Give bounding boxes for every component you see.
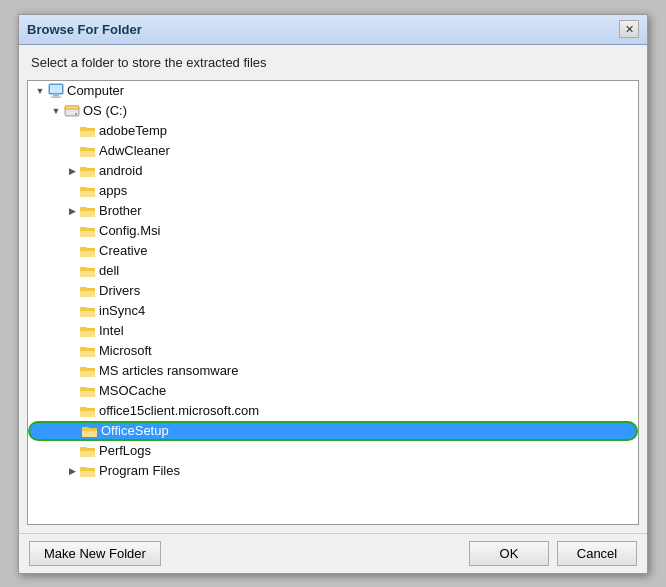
svg-marker-56 <box>80 307 87 309</box>
tree-item-label-Config.Msi: Config.Msi <box>99 221 160 241</box>
folder-icon <box>80 184 96 198</box>
tree-item-Program Files[interactable]: ▶ Program Files <box>28 461 638 481</box>
tree-item-label-office15client.microsoft.com: office15client.microsoft.com <box>99 401 259 421</box>
expander-Brother[interactable]: ▶ <box>64 201 80 221</box>
svg-rect-98 <box>80 469 95 471</box>
tree-item-adobeTemp[interactable]: ▶ adobeTemp <box>28 121 638 141</box>
folder-icon <box>80 204 96 218</box>
tree-item-label-MSOCache: MSOCache <box>99 381 166 401</box>
expander-android[interactable]: ▶ <box>64 161 80 181</box>
dialog-title: Browse For Folder <box>27 22 142 37</box>
tree-item-Config.Msi[interactable]: ▶ Config.Msi <box>28 221 638 241</box>
svg-marker-81 <box>80 407 87 409</box>
folder-icon <box>80 464 96 478</box>
svg-rect-73 <box>80 369 95 371</box>
svg-rect-83 <box>80 409 95 411</box>
tree-item-label-Brother: Brother <box>99 201 142 221</box>
expander-os-c[interactable]: ▼ <box>48 101 64 121</box>
svg-marker-21 <box>80 167 87 169</box>
svg-rect-88 <box>82 429 97 431</box>
tree-item-MS articles ransomware[interactable]: ▶ MS articles ransomware <box>28 361 638 381</box>
folder-icon <box>80 304 96 318</box>
instruction-text: Select a folder to store the extracted f… <box>19 45 647 76</box>
folder-icon <box>80 284 96 298</box>
svg-rect-1 <box>50 85 62 93</box>
folder-icon <box>80 224 96 238</box>
tree-item-label-AdwCleaner: AdwCleaner <box>99 141 170 161</box>
computer-icon <box>48 83 64 99</box>
svg-marker-36 <box>80 227 87 229</box>
tree-item-office15client.microsoft.com[interactable]: ▶ office15client.microsoft.com <box>28 401 638 421</box>
tree-item-MSOCache[interactable]: ▶ MSOCache <box>28 381 638 401</box>
tree-item-label-Drivers: Drivers <box>99 281 140 301</box>
svg-marker-46 <box>80 267 87 269</box>
tree-item-label-OfficeSetup: OfficeSetup <box>101 421 169 441</box>
tree-item-Drivers[interactable]: ▶ Drivers <box>28 281 638 301</box>
svg-rect-28 <box>80 189 95 191</box>
svg-marker-86 <box>82 427 89 429</box>
svg-rect-93 <box>80 449 95 451</box>
folder-icon <box>82 424 98 438</box>
svg-rect-38 <box>80 229 95 231</box>
svg-rect-48 <box>80 269 95 271</box>
folder-icon <box>80 344 96 358</box>
tree-item-label-Program Files: Program Files <box>99 461 180 481</box>
svg-marker-66 <box>80 347 87 349</box>
drive-icon <box>64 103 80 119</box>
tree-item-dell[interactable]: ▶ dell <box>28 261 638 281</box>
tree-item-OfficeSetup[interactable]: ▶ OfficeSetup <box>28 421 638 441</box>
tree-item-label-PerfLogs: PerfLogs <box>99 441 151 461</box>
tree-item-Brother[interactable]: ▶ Brother <box>28 201 638 221</box>
tree-item-label-os-c: OS (C:) <box>83 101 127 121</box>
close-button[interactable]: ✕ <box>619 20 639 38</box>
tree-item-label-apps: apps <box>99 181 127 201</box>
make-new-folder-button[interactable]: Make New Folder <box>29 541 161 566</box>
tree-item-label-adobeTemp: adobeTemp <box>99 121 167 141</box>
svg-rect-6 <box>65 106 79 109</box>
tree-item-label-Microsoft: Microsoft <box>99 341 152 361</box>
tree-item-label-inSync4: inSync4 <box>99 301 145 321</box>
tree-item-Microsoft[interactable]: ▶ Microsoft <box>28 341 638 361</box>
folder-icon <box>80 364 96 378</box>
tree-item-apps[interactable]: ▶ apps <box>28 181 638 201</box>
tree-item-label-Intel: Intel <box>99 321 124 341</box>
folder-icon <box>80 144 96 158</box>
svg-rect-23 <box>80 169 95 171</box>
tree-item-Creative[interactable]: ▶ Creative <box>28 241 638 261</box>
svg-rect-58 <box>80 309 95 311</box>
svg-marker-76 <box>80 387 87 389</box>
bottom-bar: Make New Folder OK Cancel <box>19 533 647 573</box>
folder-icon <box>80 384 96 398</box>
tree-item-Intel[interactable]: ▶ Intel <box>28 321 638 341</box>
tree-item-label-MS articles ransomware: MS articles ransomware <box>99 361 238 381</box>
svg-marker-71 <box>80 367 87 369</box>
cancel-button[interactable]: Cancel <box>557 541 637 566</box>
tree-item-AdwCleaner[interactable]: ▶ AdwCleaner <box>28 141 638 161</box>
tree-item-inSync4[interactable]: ▶ inSync4 <box>28 301 638 321</box>
svg-marker-96 <box>80 467 87 469</box>
tree-item-android[interactable]: ▶ android <box>28 161 638 181</box>
folder-icon <box>80 164 96 178</box>
svg-marker-31 <box>80 207 87 209</box>
svg-marker-51 <box>80 287 87 289</box>
svg-rect-18 <box>80 149 95 151</box>
ok-cancel-group: OK Cancel <box>469 541 637 566</box>
tree-item-computer[interactable]: ▼ Computer <box>28 81 638 101</box>
tree-item-PerfLogs[interactable]: ▶ PerfLogs <box>28 441 638 461</box>
tree-item-os-c[interactable]: ▼ OS (C:) <box>28 101 638 121</box>
svg-rect-13 <box>80 129 95 131</box>
tree-item-label-dell: dell <box>99 261 119 281</box>
svg-marker-61 <box>80 327 87 329</box>
folder-icon <box>80 404 96 418</box>
tree-item-label-android: android <box>99 161 142 181</box>
expander-Program Files[interactable]: ▶ <box>64 461 80 481</box>
folder-tree[interactable]: ▼ Computer▼ OS (C:)▶ adobeTemp▶ AdwClean… <box>27 80 639 525</box>
svg-marker-7 <box>64 107 65 109</box>
svg-rect-33 <box>80 209 95 211</box>
ok-button[interactable]: OK <box>469 541 549 566</box>
folder-icon <box>80 244 96 258</box>
expander-computer[interactable]: ▼ <box>32 81 48 101</box>
svg-rect-43 <box>80 249 95 251</box>
svg-rect-78 <box>80 389 95 391</box>
svg-rect-63 <box>80 329 95 331</box>
